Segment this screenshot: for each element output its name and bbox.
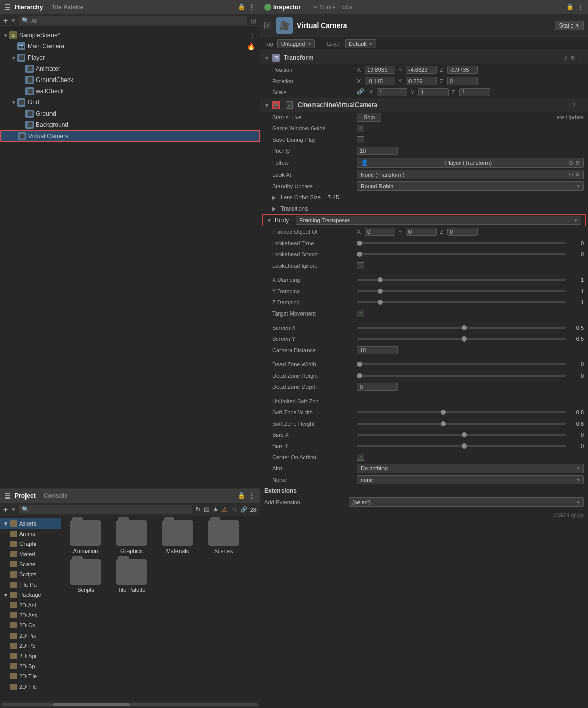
- add-button[interactable]: +: [3, 16, 8, 25]
- project-tree-package[interactable]: ▼ Package: [0, 590, 61, 600]
- pos-x-input[interactable]: [365, 66, 395, 74]
- project-tree-2d-sp[interactable]: 2D Sp: [0, 661, 61, 671]
- warning-icon[interactable]: ⚠: [222, 506, 228, 513]
- dead-zone-width-thumb[interactable]: [357, 362, 362, 367]
- tracked-y-input[interactable]: [406, 228, 437, 236]
- project-tree-anima[interactable]: Anima: [0, 529, 61, 539]
- tree-item-background[interactable]: ⬛ Background: [0, 119, 260, 130]
- lock-icon[interactable]: 🔒: [238, 3, 245, 11]
- scene-options-icon[interactable]: ⊞: [250, 17, 257, 25]
- transitions-section[interactable]: ▶ Transitions: [260, 203, 588, 214]
- tree-item-wallcheck[interactable]: ⬛ wallCheck: [0, 86, 260, 97]
- cinemachine-header[interactable]: ▼ 🎬 ✓ CinemachineVirtualCamera ? ⋮: [260, 98, 588, 112]
- tree-item-ground[interactable]: ⬛ Ground: [0, 108, 260, 119]
- project-tree-2d-ass[interactable]: 2D Ass: [0, 610, 61, 620]
- transform-header[interactable]: ▼ ⊞ Transform ? ⚙ ⋮: [260, 51, 588, 64]
- project-tree-scene[interactable]: Scene: [0, 559, 61, 569]
- inspector-tab[interactable]: Inspector: [264, 4, 301, 11]
- lens-ortho-section[interactable]: ▶ Lens Ortho Size 7.45: [260, 192, 588, 203]
- dead-zone-depth-input[interactable]: [357, 383, 398, 391]
- bookmark-icon[interactable]: ★: [213, 506, 219, 513]
- project-scrollbar[interactable]: [0, 701, 260, 708]
- project-tree-materi[interactable]: Materi: [0, 549, 61, 559]
- project-tree-2d-tile1[interactable]: 2D Tile: [0, 671, 61, 681]
- aim-dropdown[interactable]: Do nothing: [357, 464, 584, 473]
- transform-help-icon[interactable]: ?: [564, 55, 567, 61]
- dead-zone-height-thumb[interactable]: [357, 373, 362, 378]
- layer-dropdown[interactable]: Default: [345, 39, 376, 48]
- solo-button[interactable]: Solo: [357, 113, 381, 122]
- pos-y-input[interactable]: [406, 66, 437, 74]
- cinemachine-enable-checkbox[interactable]: ✓: [286, 101, 293, 109]
- static-button[interactable]: Static ▼: [555, 21, 584, 30]
- tag-dropdown[interactable]: Untagged: [277, 39, 315, 48]
- center-on-activate-checkbox[interactable]: [357, 454, 364, 461]
- tree-item-virtual-camera[interactable]: ⬛ Virtual Camera: [0, 130, 260, 142]
- hierarchy-tab[interactable]: Hierarchy: [15, 4, 43, 11]
- lookahead-ignore-checkbox[interactable]: [357, 262, 364, 269]
- tile-palette-tab[interactable]: Tile Palette: [51, 4, 83, 11]
- asset-materials[interactable]: Materials: [157, 520, 198, 554]
- asset-tile-palette[interactable]: Tile Palette: [111, 559, 152, 593]
- add-extension-dropdown[interactable]: (select): [349, 497, 584, 507]
- project-search-box[interactable]: 🔍: [19, 505, 192, 514]
- cinemachine-help-icon[interactable]: ?: [572, 102, 575, 109]
- sprite-editor-tab[interactable]: ✏ Sprite Editor: [313, 4, 353, 11]
- target-movement-checkbox[interactable]: [357, 310, 364, 317]
- tracked-x-input[interactable]: [365, 228, 395, 236]
- lookahead-smooth-thumb[interactable]: [357, 252, 362, 257]
- rot-z-input[interactable]: [447, 77, 478, 85]
- project-tree-scripts[interactable]: Scripts: [0, 569, 61, 580]
- scale-z-input[interactable]: [459, 88, 490, 96]
- follow-select-icon[interactable]: ⊙: [569, 160, 573, 166]
- x-damping-thumb[interactable]: [378, 277, 383, 282]
- bias-x-thumb[interactable]: [462, 432, 467, 437]
- star-icon[interactable]: ☆: [231, 506, 237, 513]
- project-tab[interactable]: Project: [15, 492, 36, 500]
- scene-options-btn[interactable]: ⋮: [249, 32, 255, 39]
- asset-scripts[interactable]: Scripts: [65, 559, 106, 593]
- scale-y-input[interactable]: [418, 88, 449, 96]
- transform-more-icon[interactable]: ⋮: [578, 55, 584, 61]
- look-at-select-icon[interactable]: ⊙: [569, 171, 573, 178]
- project-tree-2d-spr1[interactable]: 2D Spr: [0, 651, 61, 661]
- priority-input[interactable]: [357, 147, 398, 155]
- rot-x-input[interactable]: [365, 77, 395, 85]
- camera-distance-input[interactable]: [357, 346, 398, 354]
- scale-x-input[interactable]: [377, 88, 407, 96]
- lookahead-time-thumb[interactable]: [357, 241, 362, 246]
- project-tree-2d-co[interactable]: 2D Co: [0, 620, 61, 631]
- refresh-icon[interactable]: ↻: [195, 506, 201, 513]
- inspector-lock-icon[interactable]: 🔒: [566, 3, 574, 11]
- project-tree-2d-ani[interactable]: 2D Ani: [0, 600, 61, 610]
- project-more-icon[interactable]: ⋮: [248, 492, 255, 500]
- soft-zone-width-thumb[interactable]: [441, 410, 446, 415]
- game-window-guide-checkbox[interactable]: [357, 125, 364, 132]
- tree-item-groundcheck[interactable]: ⬛ GroundCheck: [0, 74, 260, 86]
- tree-item-animator[interactable]: ⬛ Animator: [0, 63, 260, 74]
- project-add-btn[interactable]: +: [3, 505, 8, 514]
- transform-settings-icon[interactable]: ⚙: [570, 55, 575, 61]
- save-during-play-checkbox[interactable]: [357, 136, 364, 143]
- body-dropdown[interactable]: Framing Transposer: [296, 216, 581, 225]
- tree-item-main-camera[interactable]: 📷 Main Camera 🔥: [0, 41, 260, 52]
- tree-item-grid[interactable]: ▼ ⬛ Grid: [0, 97, 260, 108]
- bias-y-thumb[interactable]: [462, 443, 467, 449]
- filter-icon[interactable]: ⊞: [204, 506, 210, 513]
- tracked-z-input[interactable]: [447, 228, 478, 236]
- more-options-icon[interactable]: ⋮: [248, 3, 255, 11]
- project-tree-2d-pix[interactable]: 2D Pix: [0, 631, 61, 641]
- cinemachine-more-icon[interactable]: ⋮: [578, 102, 584, 109]
- project-tree-graphi[interactable]: Graphi: [0, 539, 61, 549]
- asset-scenes[interactable]: Scenes: [203, 520, 244, 554]
- project-tree-2d-ps[interactable]: 2D PS: [0, 641, 61, 651]
- look-at-settings-icon[interactable]: ⚙: [575, 171, 580, 178]
- tree-item-player[interactable]: ▼ ⬛ Player: [0, 52, 260, 63]
- project-lock-icon[interactable]: 🔒: [238, 492, 245, 500]
- project-tree-tile-pa[interactable]: Tile Pa: [0, 580, 61, 590]
- inspector-more-icon[interactable]: ⋮: [577, 3, 584, 11]
- soft-zone-height-thumb[interactable]: [441, 421, 446, 426]
- z-damping-thumb[interactable]: [378, 300, 383, 305]
- screen-y-thumb[interactable]: [462, 336, 467, 342]
- rot-y-input[interactable]: [406, 77, 437, 85]
